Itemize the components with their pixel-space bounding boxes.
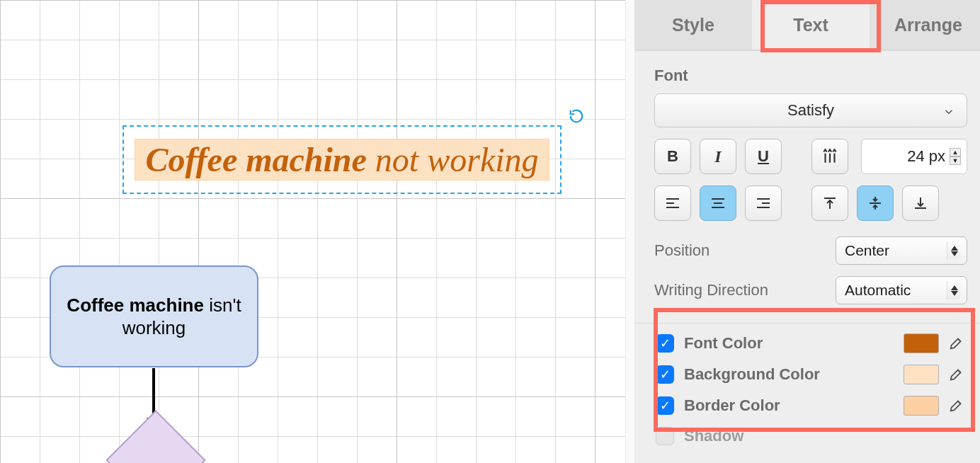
font-size-value: 24 px: [907, 147, 945, 166]
writing-direction-select[interactable]: Automatic: [836, 276, 967, 304]
title-text-bold: Coffee machine: [145, 141, 366, 178]
eyedropper-icon[interactable]: [949, 335, 966, 352]
tab-arrange[interactable]: Arrange: [870, 0, 980, 50]
eyedropper-icon[interactable]: [949, 366, 966, 383]
font-family-select[interactable]: Satisfy: [654, 93, 967, 127]
font-family-value: Satisfy: [787, 101, 834, 120]
font-color-swatch[interactable]: [904, 333, 939, 353]
valign-top-button[interactable]: [811, 185, 848, 221]
stepper-up-icon[interactable]: ▲: [950, 148, 961, 156]
title-text-rest: not working: [367, 141, 539, 178]
font-color-checkbox[interactable]: ✓: [656, 334, 674, 353]
underline-button[interactable]: U: [745, 139, 782, 174]
flowchart-start-node[interactable]: Coffee machine isn't working: [50, 265, 258, 367]
border-color-label: Border Color: [684, 396, 894, 415]
font-size-input[interactable]: 24 px ▲ ▼: [861, 139, 967, 174]
svg-marker-13: [951, 251, 958, 256]
selected-text-element[interactable]: Coffee machine not working: [122, 125, 562, 194]
canvas-scrollbar[interactable]: [625, 0, 634, 463]
divider: [634, 323, 980, 324]
valign-middle-button[interactable]: [857, 185, 894, 221]
vertical-text-button[interactable]: [811, 139, 848, 174]
font-section: Font Satisfy B I U 24 px ▲: [634, 51, 980, 224]
updown-chevron-icon: [947, 281, 961, 299]
svg-marker-15: [951, 291, 958, 296]
panel-tabs: Style Text Arrange: [634, 0, 980, 51]
background-color-swatch[interactable]: [904, 365, 939, 384]
rotate-handle-icon[interactable]: [566, 106, 586, 126]
font-color-label: Font Color: [684, 334, 894, 353]
border-color-checkbox[interactable]: ✓: [656, 396, 674, 415]
svg-marker-14: [951, 285, 958, 290]
valign-bottom-button[interactable]: [902, 185, 939, 221]
position-select[interactable]: Center: [836, 236, 967, 265]
title-text[interactable]: Coffee machine not working: [135, 139, 549, 181]
italic-button[interactable]: I: [700, 139, 736, 174]
stepper-down-icon[interactable]: ▼: [950, 156, 961, 165]
shadow-checkbox[interactable]: ✓: [656, 427, 674, 445]
border-color-swatch[interactable]: [904, 396, 939, 416]
bold-button[interactable]: B: [654, 139, 691, 174]
eyedropper-icon[interactable]: [949, 397, 966, 414]
chevron-down-icon: [942, 104, 955, 122]
align-left-button[interactable]: [654, 185, 691, 221]
align-right-button[interactable]: [745, 185, 782, 221]
font-size-stepper[interactable]: ▲ ▼: [950, 148, 961, 165]
shadow-label: Shadow: [684, 427, 966, 445]
tab-style[interactable]: Style: [634, 0, 752, 50]
font-section-label: Font: [654, 67, 967, 85]
writing-direction-label: Writing Direction: [654, 281, 768, 299]
diagram-canvas[interactable]: Coffee machine not working Coffee machin…: [0, 0, 634, 463]
tab-text[interactable]: Text: [752, 0, 870, 50]
updown-chevron-icon: [947, 241, 961, 260]
svg-marker-12: [951, 246, 958, 251]
align-center-button[interactable]: [700, 185, 736, 221]
position-label: Position: [654, 241, 710, 260]
flow-node-bold: Coffee machine: [67, 295, 204, 316]
position-value: Center: [845, 242, 889, 259]
background-color-checkbox[interactable]: ✓: [656, 365, 674, 384]
writing-direction-value: Automatic: [845, 282, 911, 299]
flow-decision-node[interactable]: [106, 410, 205, 463]
background-color-label: Background Color: [684, 365, 894, 384]
format-panel: Style Text Arrange Font Satisfy B I U: [634, 0, 980, 463]
